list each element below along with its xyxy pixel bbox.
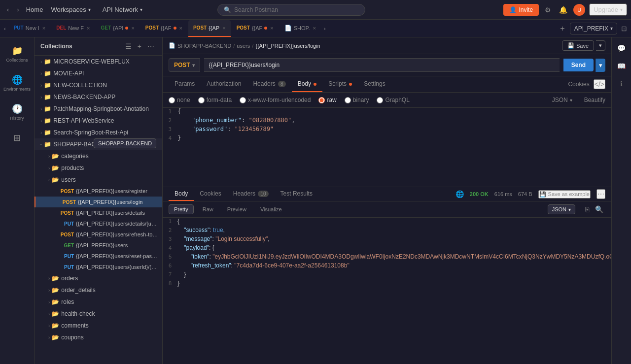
tab-headers[interactable]: Headers 8 xyxy=(247,76,291,92)
list-item[interactable]: › 📁 REST-API-WebService ⋯ xyxy=(35,115,162,127)
beautify-button[interactable]: Beautify xyxy=(584,97,605,103)
format-preview-button[interactable]: Preview xyxy=(222,205,251,214)
list-item[interactable]: › 📁 NEW-COLLECTION ⋯ xyxy=(35,79,162,91)
list-item[interactable]: › 📁 PatchMapping-Springboot-Anotation ⋯ xyxy=(35,103,162,115)
star-icon[interactable]: ☆ xyxy=(145,141,150,148)
upgrade-button[interactable]: Upgrade ▾ xyxy=(589,3,627,16)
list-item[interactable]: POST {{API_PREFIX}}users/details xyxy=(35,207,162,218)
search-input[interactable] xyxy=(234,6,359,13)
api-network-button[interactable]: API Network ▾ xyxy=(99,4,146,15)
copy-icon[interactable]: ⎘ xyxy=(583,204,591,214)
search-response-icon[interactable]: 🔍 xyxy=(593,204,605,214)
list-item[interactable]: › 📂 comments xyxy=(35,320,162,331)
list-item[interactable]: › 📂 products xyxy=(35,162,162,174)
sidebar-item-collections[interactable]: 📁 Collections xyxy=(0,41,34,66)
tab-put-new[interactable]: PUT New I × xyxy=(9,20,51,37)
res-tab-cookies[interactable]: Cookies xyxy=(194,187,227,201)
avatar[interactable]: U xyxy=(573,4,585,16)
nav-back-button[interactable]: ‹ xyxy=(4,4,12,15)
tab-close-icon[interactable]: × xyxy=(87,25,90,31)
list-item[interactable]: › 📁 Search-SpringBoot-Rest-Api ⋯ xyxy=(35,127,162,138)
send-button[interactable]: Send xyxy=(563,59,594,71)
response-language-selector[interactable]: JSON ▾ xyxy=(548,204,575,214)
method-select[interactable]: POST ▾ xyxy=(169,58,200,72)
nav-forward-button[interactable]: › xyxy=(14,4,22,15)
tab-close-icon[interactable]: × xyxy=(179,25,182,31)
sidebar-item-environments[interactable]: 🌐 Environments xyxy=(0,70,34,96)
users-link[interactable]: users xyxy=(237,43,250,49)
tab-close-icon[interactable]: × xyxy=(313,25,316,31)
filter-icon[interactable]: ☰ xyxy=(123,41,134,51)
tab-body[interactable]: Body xyxy=(292,76,323,92)
sidebar-item-history[interactable]: 🕐 History xyxy=(0,99,34,125)
save-button[interactable]: 💾 Save xyxy=(562,40,594,51)
backend-link[interactable]: SHOPAPP-BACKEND xyxy=(177,43,231,49)
invite-button[interactable]: 👤 Invite xyxy=(503,4,539,16)
new-tab-button[interactable]: + xyxy=(557,23,567,34)
tab-close-icon[interactable]: × xyxy=(222,25,225,31)
list-item[interactable]: › 📂 orders xyxy=(35,272,162,284)
list-item-login-active[interactable]: POST {{API_PREFIX}}users/login xyxy=(35,197,162,207)
cookies-link[interactable]: Cookies xyxy=(568,81,589,88)
layout-icon[interactable]: ⊡ xyxy=(619,23,629,34)
list-item-shopapp[interactable]: › 📁 SHOPAPP-BACKEND ☆ ⋯ SHOPAPP-BACKEND xyxy=(35,138,162,150)
tab-scripts[interactable]: Scripts xyxy=(322,76,358,92)
tab-close-icon[interactable]: × xyxy=(42,25,45,31)
list-item[interactable]: › 📁 MICROSERVICE-WEBFLUX ⋯ xyxy=(35,56,162,67)
tab-scroll-left[interactable]: ‹ xyxy=(2,24,8,33)
documentation-icon[interactable]: 📖 xyxy=(614,59,629,73)
response-more-icon[interactable]: ⋯ xyxy=(596,189,605,199)
list-item[interactable]: › 📁 NEWS-BACKEND-APP ⋯ xyxy=(35,91,162,103)
tab-close-icon[interactable]: × xyxy=(270,25,273,31)
tab-close-icon[interactable]: × xyxy=(131,25,134,31)
tab-post-af2[interactable]: POST {{AF × xyxy=(232,20,279,37)
home-button[interactable]: Home xyxy=(26,6,43,13)
add-collection-button[interactable]: + xyxy=(136,41,143,51)
more-options-icon[interactable]: ⋯ xyxy=(145,41,156,51)
radio-binary[interactable]: binary xyxy=(345,97,369,103)
sidebar-item-apps[interactable]: ⊞ xyxy=(0,129,34,147)
comments-icon[interactable]: 💬 xyxy=(614,41,629,55)
list-item[interactable]: › 📁 MOVIE-API ⋯ xyxy=(35,67,162,79)
notifications-icon[interactable]: 🔔 xyxy=(557,4,569,16)
res-tab-test-results[interactable]: Test Results xyxy=(275,187,318,201)
format-visualize-button[interactable]: Visualize xyxy=(255,205,287,214)
radio-none[interactable]: none xyxy=(169,97,190,103)
list-item[interactable]: PUT {{API_PREFIX}}users/reset-password/{… xyxy=(35,251,162,262)
radio-urlencoded[interactable]: x-www-form-urlencoded xyxy=(240,97,311,103)
list-item[interactable]: GET {{API_PREFIX}}users xyxy=(35,240,162,251)
request-body-editor[interactable]: 1 { 2 "phone_number": "0828007880", 3 "p… xyxy=(163,108,611,187)
tab-scroll-right[interactable]: › xyxy=(322,24,328,33)
save-example-button[interactable]: 💾 Save as example xyxy=(538,190,591,199)
format-raw-button[interactable]: Raw xyxy=(198,205,218,214)
tab-del-new[interactable]: DEL New F × xyxy=(51,20,95,37)
url-input[interactable] xyxy=(204,58,560,72)
list-item[interactable]: PUT {{API_PREFIX}}users/details/{userId} xyxy=(35,218,162,229)
api-prefix-selector[interactable]: API_PREFIX ▾ xyxy=(570,23,617,34)
radio-form-data[interactable]: form-data xyxy=(198,97,232,103)
tab-settings[interactable]: Settings xyxy=(358,76,391,92)
list-item[interactable]: › 📂 categories xyxy=(35,150,162,162)
search-bar[interactable]: 🔍 xyxy=(217,4,365,16)
tab-authorization[interactable]: Authorization xyxy=(201,76,247,92)
res-tab-headers[interactable]: Headers 10 xyxy=(227,187,275,201)
body-format-selector[interactable]: JSON ▾ xyxy=(552,97,572,103)
list-item[interactable]: PUT {{API_PREFIX}}users/{userId}/(active… xyxy=(35,262,162,272)
list-item[interactable]: › 📂 coupons xyxy=(35,331,162,343)
list-item[interactable]: POST {{API_PREFIX}}users/register xyxy=(35,186,162,197)
list-item[interactable]: › 📂 roles xyxy=(35,296,162,308)
list-item[interactable]: › 📂 order_details xyxy=(35,284,162,296)
code-icon[interactable]: </> xyxy=(594,79,605,89)
radio-raw[interactable]: raw xyxy=(318,97,336,103)
tab-params[interactable]: Params xyxy=(169,76,201,92)
tab-post-af1[interactable]: POST {{AF × xyxy=(140,20,187,37)
list-item[interactable]: › 📂 health-check xyxy=(35,308,162,320)
save-dropdown-button[interactable]: ▾ xyxy=(596,40,605,51)
list-item[interactable]: POST {{API_PREFIX}}users/refresh-token xyxy=(35,229,162,240)
tab-get-api[interactable]: GET {API × xyxy=(96,20,139,37)
info-icon[interactable]: ℹ xyxy=(617,77,626,91)
format-pretty-button[interactable]: Pretty xyxy=(169,204,194,214)
list-item-users[interactable]: › 📂 users xyxy=(35,174,162,186)
tab-file-shop[interactable]: 📄 SHOP. × xyxy=(280,20,321,37)
workspaces-button[interactable]: Workspaces ▾ xyxy=(47,4,94,15)
